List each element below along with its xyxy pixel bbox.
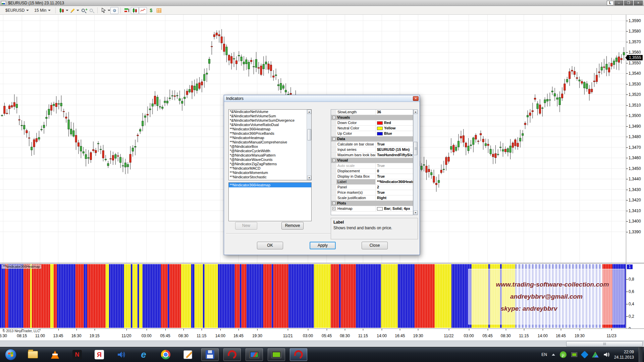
mini-chart-button[interactable] [139,7,147,14]
zoom-in-button[interactable]: + [79,7,87,14]
chevron-down-icon[interactable] [66,10,68,11]
indicator-list-item[interactable]: **NindicatorHeatmap [229,136,311,140]
indicator-list-item[interactable]: *@NindicatorZigZagPatterns [229,162,311,166]
property-row[interactable]: Price marker(s)True [331,190,413,195]
chart-trader-button[interactable] [131,7,139,14]
collapse-icon[interactable]: − [332,159,335,162]
property-value[interactable]: Bar; Solid; 4px [376,206,413,211]
apply-button[interactable]: Apply [310,242,336,249]
dropbox-tray-icon[interactable] [581,351,589,359]
data-series-button[interactable] [123,7,131,14]
taskbar-item-green-monitor[interactable] [268,348,285,361]
maximize-button[interactable]: ❐ [624,1,633,5]
language-indicator[interactable]: EN [541,352,547,357]
properties-grid[interactable]: SlowLength36−VisualsDown ColorRedNeutral… [331,109,413,215]
indicator-list-item[interactable]: *@NindicatorBox [229,144,311,149]
indicator-list-item[interactable]: *&NindicatorNetVolumeSum [229,114,311,118]
property-row[interactable]: Label**Nindicator366Heatmap [331,179,413,185]
property-value[interactable]: Yellow [376,126,413,131]
indicator-list-item[interactable]: *@NindicatorCycleWidth [229,149,311,153]
property-row[interactable]: Displacement0 [331,169,413,174]
close-button[interactable]: × [634,1,643,5]
property-row[interactable]: Down ColorRed [331,120,413,126]
property-row[interactable]: Calculate on bar closeTrue [331,142,413,147]
indicator-list-item[interactable]: **Nindicator366PriceBands [229,131,311,136]
property-value[interactable]: 0 [376,169,413,174]
crosshair-button[interactable] [110,7,118,14]
taskbar-item-chrome[interactable] [157,348,174,361]
account-button[interactable]: $ [147,7,155,14]
property-row[interactable]: Scale justificationRight [331,195,413,201]
minimize-button[interactable]: – [614,1,623,5]
property-value[interactable]: TwoHundredFiftySix [376,153,413,158]
property-value[interactable]: Blue [376,131,413,136]
instrument-dropdown[interactable]: $EURUSD [3,7,32,14]
expand-icon[interactable]: + [332,207,335,210]
property-value[interactable]: **Nindicator366Heatmap [376,179,413,184]
selected-indicators-list[interactable]: **Nindicator366Heatmap [228,182,312,221]
property-value[interactable]: True [376,142,413,147]
property-value[interactable]: 2 [376,185,413,190]
scrollbar-thumb[interactable] [414,142,418,155]
chart-horizontal-scrollbar[interactable] [0,341,644,347]
scrollbar-thumb[interactable] [307,129,311,140]
start-button[interactable] [2,348,19,361]
indicator-list-item[interactable]: *&NindicatorNetVolumeSumDivergence [229,118,311,123]
network-tray-icon[interactable] [571,352,577,357]
indicator-list-item[interactable]: *@NindicatorManualPattern [229,153,311,158]
indicator-list-item[interactable]: **Nindicator366Heatmap [229,127,311,131]
indicator-list-item[interactable]: **NindicatorManualComprehensive [229,140,311,144]
link-button[interactable]: L [607,1,613,5]
property-category-row[interactable]: −Visual [331,158,413,163]
property-value[interactable]: True [376,174,413,179]
interval-dropdown[interactable]: 15 Min [32,7,53,14]
volume-tray-icon[interactable] [603,352,609,358]
property-row[interactable]: Maximum bars look backTwoHundredFiftySix [331,153,413,158]
property-row[interactable]: Input series$EURUSD (15 Min) [331,147,413,153]
property-row[interactable]: Neutral ColorYellow [331,126,413,131]
dialog-close-button[interactable]: ✕ [413,96,419,101]
remove-button[interactable]: Remove [281,222,304,230]
show-desktop-button[interactable] [639,347,643,362]
property-value[interactable]: True [376,190,413,195]
property-row[interactable]: +HeatmapBar; Solid; 4px [331,206,413,212]
taskbar-item-ninjatrader[interactable] [223,348,241,361]
property-category-row[interactable]: −Visuals [331,115,413,120]
collapse-icon[interactable]: − [332,202,335,205]
indicator-list-item[interactable]: *&NindicatorNetVolume [229,110,311,114]
ok-button[interactable]: OK [257,242,283,249]
indicator-list-item[interactable]: *^NindicatorMomentum [229,171,311,175]
chevron-down-icon[interactable] [108,10,110,11]
list-scrollbar[interactable]: ▲ ▼ [307,110,311,180]
property-value[interactable]: $EURUSD (15 Min) [376,147,413,152]
heatmap-panel[interactable]: **Nindicator366Heatmap www.trading-softw… [0,263,644,328]
property-category-row[interactable]: −Plots [331,201,413,206]
taskbar-item-vlc[interactable] [46,348,64,361]
selected-indicator-item[interactable]: **Nindicator366Heatmap [229,183,311,187]
property-value[interactable]: Right [376,195,413,200]
drawing-tools-button[interactable] [68,7,76,14]
taskbar-item-ninjatrader-active[interactable] [290,348,307,361]
scrollbar-thumb[interactable] [566,341,643,347]
chart-style-button[interactable] [58,7,66,14]
properties-scrollbar[interactable]: ▲ ▼ [413,109,418,215]
indicator-list-item[interactable]: *@NindicatorWaveCounts [229,158,311,162]
indicator-list-item[interactable]: *^NindicatorMACD [229,166,311,171]
utorrent-tray-icon[interactable]: µ [560,351,567,358]
grid-settings-button[interactable] [155,7,163,14]
property-value[interactable]: Red [376,120,413,125]
taskbar-item-volume-app[interactable] [113,348,130,361]
dialog-titlebar[interactable]: Indicators ✕ [224,95,420,102]
scroll-up-arrow[interactable]: ▲ [307,110,311,114]
scroll-up-arrow[interactable]: ▲ [414,110,418,114]
taskbar-clock[interactable]: 22:09 24.11.2013 [614,349,634,360]
property-value[interactable]: True [376,163,413,168]
cursor-tool-button[interactable] [100,7,108,14]
taskbar-item-explorer[interactable] [24,348,42,361]
hidden-icons-button[interactable] [552,354,555,356]
collapse-icon[interactable]: − [332,116,335,119]
collapse-icon[interactable]: − [332,137,335,140]
chevron-down-icon[interactable] [76,10,79,11]
property-row[interactable]: Display in Data BoxTrue [331,174,413,179]
taskbar-item-multichart-monitor[interactable] [246,348,263,361]
